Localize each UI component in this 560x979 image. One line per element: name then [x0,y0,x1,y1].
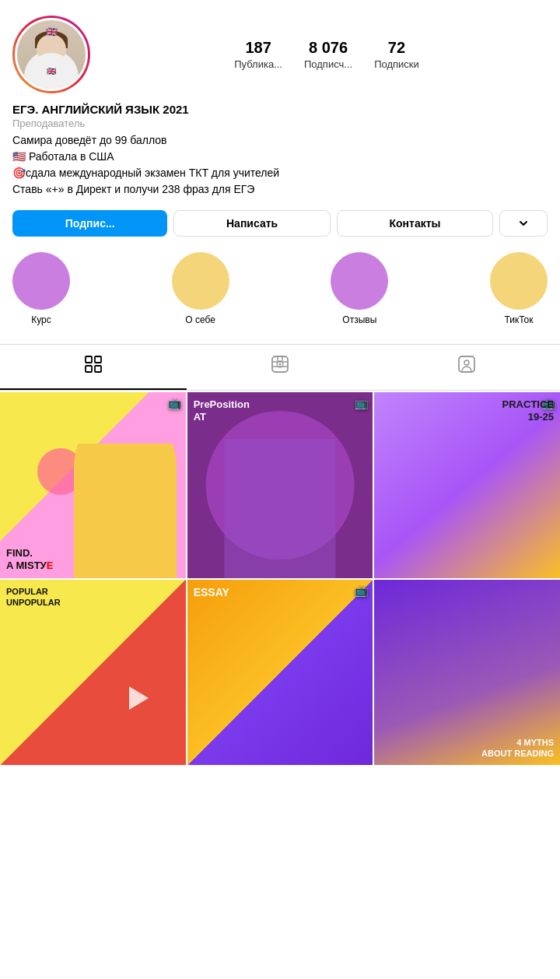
stat-posts[interactable]: 187 Публика... [234,39,282,70]
tab-bar [0,344,560,391]
tagged-icon [458,356,475,377]
profile-category: Преподаватель [12,118,548,129]
followers-count: 8 076 [309,39,348,57]
bio-line2: 🇺🇸 Работала в США [12,149,548,165]
post-find-mistake[interactable]: FIND.a misтуе 📺 [0,392,186,578]
post1-text: FIND.a misтуе [6,547,53,571]
bio-line3: 🎯сдала международный экзамен ТКТ для учи… [12,165,548,181]
reel-icon-1: 📺 [168,397,181,409]
post-preposition-inner: PrePositionAT 📺 [187,392,373,578]
post-practice-inner: PRACTICE19-25 📺 [374,392,560,578]
followers-label: Подписч... [304,58,352,70]
story-item-about[interactable]: О себе [172,252,229,325]
post-essay-inner: ESSAY 📺 [187,580,373,766]
avatar-image: 🇬🇧 🇬🇧 [17,20,86,89]
story-item-tiktok[interactable]: ТикТок [490,252,548,325]
story-label-kurs: Курс [31,314,51,325]
story-label-about: О себе [185,314,215,325]
contacts-button[interactable]: Контакты [337,210,493,237]
stat-following[interactable]: 72 Подписки [374,39,419,70]
stat-followers[interactable]: 8 076 Подписч... [304,39,352,70]
chevron-down-icon [518,218,529,229]
post6-text: 4 MYTHSabout reading [481,737,554,760]
svg-point-12 [464,360,469,365]
reel-icon-5: 📺 [355,584,368,597]
tab-grid[interactable] [0,345,187,390]
dropdown-button[interactable] [499,210,548,237]
stories-section: Курс О себе Отзывы ТикТок [0,252,560,344]
svg-rect-11 [459,356,474,372]
reels-icon [271,356,289,377]
post-myths[interactable]: 4 MYTHSabout reading [374,580,560,766]
story-circle-reviews [331,252,388,310]
post5-text: ESSAY [194,586,229,599]
post-practice[interactable]: PRACTICE19-25 📺 [374,392,560,578]
svg-rect-1 [95,356,101,363]
svg-rect-0 [86,356,92,363]
post2-text: PrePositionAT [194,398,250,423]
profile-name: ЕГЭ. АНГЛИЙСКИЙ ЯЗЫК 2021 [12,103,548,116]
avatar-ring: 🇬🇧 🇬🇧 [12,16,90,93]
bio-section: ЕГЭ. АНГЛИЙСКИЙ ЯЗЫК 2021 Преподаватель … [0,103,560,210]
subscribe-button[interactable]: Подпис... [12,210,167,237]
tab-reels[interactable] [187,345,373,390]
svg-point-6 [279,363,282,366]
stats-row: 187 Публика... 8 076 Подписч... 72 Подпи… [106,39,548,70]
following-count: 72 [388,39,405,57]
posts-grid: FIND.a misтуе 📺 PrePositionAT 📺 PRACTICE… [0,392,560,765]
reel-icon-2: 📺 [355,397,368,409]
svg-rect-3 [95,366,101,372]
avatar: 🇬🇧 🇬🇧 [15,18,88,91]
posts-count: 187 [245,39,271,57]
profile-bio: Самира доведёт до 99 баллов 🇺🇸 Работала … [12,132,548,198]
story-circle-about [172,252,229,310]
story-label-tiktok: ТикТок [504,314,533,325]
story-circle-tiktok [490,252,548,310]
action-buttons: Подпис... Написать Контакты [0,210,560,252]
post-popular[interactable]: POPULARUNPOPULAR [0,580,186,766]
following-label: Подписки [374,58,419,70]
profile-header: 🇬🇧 🇬🇧 187 Публика... 8 076 Подписч... 72… [0,0,560,103]
post4-text: POPULARUNPOPULAR [6,586,61,609]
story-label-reviews: Отзывы [342,314,376,325]
posts-label: Публика... [234,58,282,70]
post3-text: PRACTICE19-25 [502,398,554,423]
story-item-reviews[interactable]: Отзывы [331,252,388,325]
story-item-kurs[interactable]: Курс [12,252,70,325]
tab-tagged[interactable] [373,345,560,390]
bio-line1: Самира доведёт до 99 баллов [12,132,548,149]
post-essay[interactable]: ESSAY 📺 [187,580,373,766]
message-button[interactable]: Написать [173,210,330,237]
grid-icon [85,356,102,377]
post-find-mistake-inner: FIND.a misтуе 📺 [0,392,186,578]
story-circle-kurs [12,252,70,310]
post-popular-inner: POPULARUNPOPULAR [0,580,186,766]
post-myths-inner: 4 MYTHSabout reading [374,580,560,766]
svg-rect-2 [86,366,92,372]
bio-line4: Ставь «+» в Директ и получи 238 фраз для… [12,181,548,198]
post-preposition[interactable]: PrePositionAT 📺 [187,392,373,578]
